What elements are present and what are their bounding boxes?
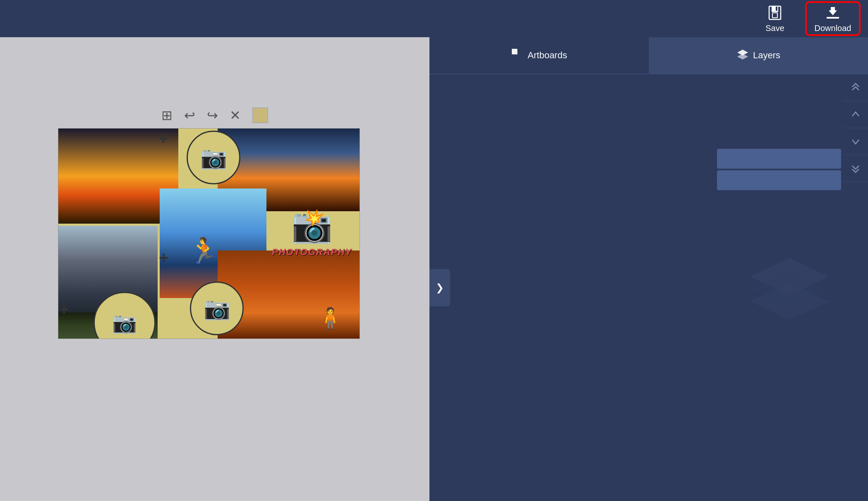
camera-big-icon: 📸 xyxy=(291,206,333,245)
save-label: Save xyxy=(765,24,784,33)
camera-icon-circle-bottom: 📷 xyxy=(190,282,244,335)
svg-rect-7 xyxy=(512,49,518,55)
svg-rect-2 xyxy=(772,13,777,18)
tab-artboards[interactable]: Artboards xyxy=(429,37,649,74)
tab-layers[interactable]: Layers xyxy=(649,37,868,74)
person-light-icon: 🧍 xyxy=(317,306,343,330)
layers-label: Layers xyxy=(753,50,780,61)
panel-content: ❯ xyxy=(429,74,868,501)
plus-icon-center: + xyxy=(159,248,168,267)
plus-icon-bottom: + xyxy=(59,300,69,319)
plus-icon-top: + xyxy=(158,129,168,148)
right-panel: Artboards Layers xyxy=(429,37,868,501)
layer-item-1[interactable] xyxy=(717,149,841,169)
layer-list xyxy=(717,149,841,190)
layers-watermark-icon xyxy=(744,254,835,322)
photography-logo: 📸 PHOTOGRAPHY xyxy=(271,188,353,275)
collage-canvas[interactable]: 📷 📷 📷 + + + 📸 PHOTOGRAPHY 🏃 🧍 xyxy=(58,128,360,339)
arrow-down-button[interactable] xyxy=(843,128,868,155)
undo-icon[interactable]: ↩ xyxy=(184,107,195,123)
jumper-silhouette: 🏃 xyxy=(189,236,220,265)
svg-marker-5 xyxy=(829,7,837,15)
header: Save Download xyxy=(0,0,868,37)
collapse-icon: ❯ xyxy=(436,282,444,293)
svg-rect-4 xyxy=(827,17,839,19)
main-area: ⊞ ↩ ↪ ✕ 📷 📷 📷 + + xyxy=(0,37,868,501)
panel-tabs: Artboards Layers xyxy=(429,37,868,74)
arrow-up-double-button[interactable] xyxy=(843,74,868,101)
svg-marker-9 xyxy=(737,54,748,60)
download-button[interactable]: Download xyxy=(806,2,860,35)
color-swatch[interactable] xyxy=(252,107,268,123)
arrow-up-button[interactable] xyxy=(843,101,868,128)
download-label: Download xyxy=(815,24,851,33)
arrow-down-double-button[interactable] xyxy=(843,155,868,182)
layer-item-2[interactable] xyxy=(717,170,841,190)
collage-inner: 📷 📷 📷 + + + 📸 PHOTOGRAPHY 🏃 🧍 xyxy=(58,129,360,339)
save-button[interactable]: Save xyxy=(748,2,802,35)
canvas-area: ⊞ ↩ ↪ ✕ 📷 📷 📷 + + xyxy=(0,37,429,501)
close-icon[interactable]: ✕ xyxy=(230,107,241,123)
layers-icon xyxy=(736,49,749,62)
download-icon xyxy=(825,5,841,21)
collapse-panel-button[interactable]: ❯ xyxy=(429,269,450,306)
save-icon xyxy=(767,5,783,21)
right-arrows xyxy=(843,74,868,182)
svg-rect-3 xyxy=(776,7,777,11)
redo-icon[interactable]: ↪ xyxy=(207,107,218,123)
artboards-label: Artboards xyxy=(528,50,567,61)
camera-icon-circle-top: 📷 xyxy=(187,131,240,184)
grid-icon[interactable]: ⊞ xyxy=(161,107,173,123)
artboards-icon xyxy=(511,48,523,63)
canvas-toolbar: ⊞ ↩ ↪ ✕ xyxy=(161,107,268,123)
photography-text: PHOTOGRAPHY xyxy=(272,247,352,258)
